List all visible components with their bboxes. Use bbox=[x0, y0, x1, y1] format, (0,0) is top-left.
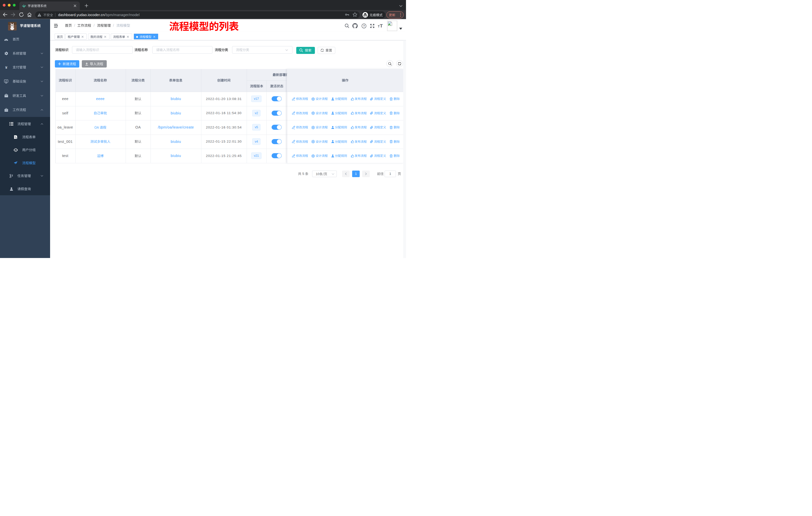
svg-text:T: T bbox=[378, 25, 380, 28]
svg-text:T: T bbox=[380, 23, 383, 28]
svg-text:?: ? bbox=[363, 24, 365, 27]
